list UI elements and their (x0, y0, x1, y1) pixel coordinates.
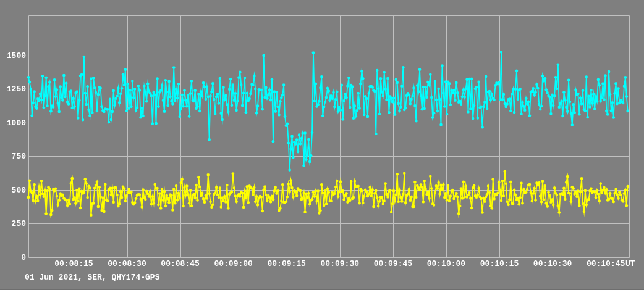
x-tick-label: 00:09:30 (321, 259, 359, 268)
x-tick-label: 00:09:15 (268, 259, 306, 268)
x-axis-unit-label: UT (625, 259, 635, 268)
x-tick-label: 00:08:45 (161, 259, 199, 268)
recording-info-label: 01 Jun 2021, SER, QHY174-GPS (25, 273, 159, 282)
y-tick-label: 750 (12, 152, 26, 161)
x-tick-label: 00:09:45 (374, 259, 412, 268)
x-tick-label: 00:08:15 (54, 259, 93, 268)
x-tick-label: 00:10:15 (480, 259, 519, 268)
x-tick-label: 00:08:30 (108, 259, 146, 268)
y-tick-label: 250 (12, 219, 26, 228)
x-tick-label: 00:10:30 (533, 259, 572, 268)
y-tick-label: 1500 (7, 51, 26, 60)
x-tick-label: 00:10:00 (427, 259, 465, 268)
y-tick-label: 500 (12, 185, 26, 194)
light-curve-plot-area[interactable] (0, 0, 644, 290)
light-curve-window: ADU Light Curve - Optimal Extraction Pho… (0, 0, 644, 290)
y-tick-label: 1250 (7, 85, 26, 94)
x-tick-label: 00:10:45 (587, 259, 625, 268)
y-tick-label: 0 (21, 253, 26, 262)
x-tick-label: 00:09:00 (214, 259, 252, 268)
y-tick-label: 1000 (7, 118, 26, 127)
